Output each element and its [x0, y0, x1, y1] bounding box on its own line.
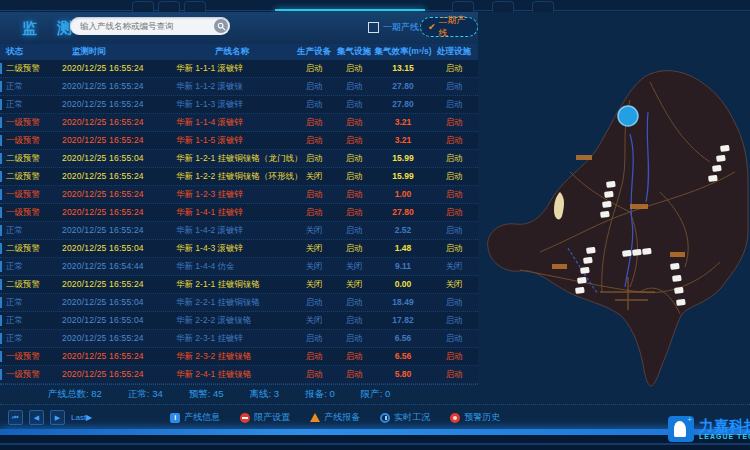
table-row[interactable]: 二级预警2020/12/25 16:55:24华新 2-1-1 挂镀铜镍铬关闭关…: [0, 276, 478, 294]
map-site-marker[interactable]: [670, 263, 680, 270]
top-tab-decoration: [184, 1, 206, 12]
cell-name: 华新 1-2-1 挂镀铜镍铬（龙门线）: [170, 154, 294, 163]
table-row[interactable]: 一级预警2020/12/25 16:55:24华新 1-1-5 滚镀锌启动启动3…: [0, 132, 478, 150]
table-row[interactable]: 一级预警2020/12/25 16:55:24华新 2-3-2 挂镀镍铬启动启动…: [0, 348, 478, 366]
cell-name: 华新 2-1-1 挂镀铜镍铬: [170, 280, 294, 289]
cell-treat: 启动: [432, 370, 476, 379]
map-site-marker[interactable]: [583, 257, 593, 264]
cell-time: 2020/12/25 16:55:04: [54, 154, 170, 163]
cell-status: 二级预警: [0, 64, 54, 73]
预警历史-button[interactable]: 预警历史: [450, 411, 500, 424]
map-area-label: [576, 155, 592, 160]
cell-gas: 启动: [334, 136, 374, 145]
table-row[interactable]: 二级预警2020/12/25 16:55:04华新 1-4-3 滚镀锌关闭启动1…: [0, 240, 478, 258]
map-site-marker[interactable]: [672, 275, 682, 282]
search-icon[interactable]: [214, 19, 228, 33]
search-input[interactable]: [70, 21, 214, 31]
phase2-button[interactable]: ✔ 二期产线: [420, 17, 478, 37]
cell-name: 华新 2-4-1 挂镀镍铬: [170, 370, 294, 379]
checkbox-icon[interactable]: [368, 22, 379, 33]
bottom-toolbar: ⏮◀▶Last▶ i产线信息限产设置产线报备实时工况预警历史: [0, 404, 750, 430]
map-site-marker[interactable]: [674, 287, 684, 294]
table-row[interactable]: 正常2020/12/25 16:55:24华新 1-1-3 滚镀锌启动启动27.…: [0, 96, 478, 114]
map-site-marker[interactable]: [720, 145, 730, 152]
cell-status: 正常: [0, 262, 54, 271]
toolbar-button-label: 产线报备: [324, 411, 360, 424]
map-site-marker[interactable]: [642, 248, 652, 255]
top-tab-decoration: [452, 1, 474, 12]
map-site-marker[interactable]: [632, 249, 642, 256]
map-site-marker[interactable]: [600, 211, 610, 218]
top-tab-decoration: [158, 1, 180, 12]
map-site-marker[interactable]: [586, 247, 596, 254]
cell-status: 正常: [0, 100, 54, 109]
map[interactable]: [480, 52, 750, 397]
map-site-marker[interactable]: [577, 277, 587, 284]
cell-prod: 启动: [294, 334, 334, 343]
map-site-marker[interactable]: [602, 201, 612, 208]
cell-treat: 关闭: [432, 262, 476, 271]
title-bar: 监 测 一期产线 ✔ 二期产线: [0, 12, 478, 45]
table-row[interactable]: 一级预警2020/12/25 16:55:24华新 1-4-1 挂镀锌启动启动2…: [0, 204, 478, 222]
map-site-marker[interactable]: [606, 181, 616, 188]
cell-eff: 15.99: [374, 154, 432, 163]
cell-status: 二级预警: [0, 172, 54, 181]
table-row[interactable]: 一级预警2020/12/25 16:55:24华新 1-2-3 挂镀锌启动启动1…: [0, 186, 478, 204]
cell-gas: 启动: [334, 352, 374, 361]
map-site-marker[interactable]: [708, 175, 718, 182]
table-row[interactable]: 二级预警2020/12/25 16:55:04华新 1-2-1 挂镀铜镍铬（龙门…: [0, 150, 478, 168]
table-row[interactable]: 二级预警2020/12/25 16:55:24华新 1-2-2 挂镀铜镍铬（环形…: [0, 168, 478, 186]
cell-eff: 3.21: [374, 136, 432, 145]
cell-eff: 6.56: [374, 352, 432, 361]
cell-prod: 启动: [294, 208, 334, 217]
map-site-marker[interactable]: [716, 155, 726, 162]
cell-eff: 17.82: [374, 316, 432, 325]
实时工况-button[interactable]: 实时工况: [380, 411, 430, 424]
map-beacon-marker[interactable]: [618, 106, 638, 126]
info-icon: i: [170, 413, 180, 423]
search-box[interactable]: [70, 17, 230, 35]
table-row[interactable]: 正常2020/12/25 16:55:24华新 2-3-1 挂镀锌启动启动6.5…: [0, 330, 478, 348]
限产设置-button[interactable]: 限产设置: [240, 411, 290, 424]
cell-gas: 启动: [334, 298, 374, 307]
cell-gas: 启动: [334, 334, 374, 343]
cell-eff: 13.15: [374, 64, 432, 73]
cell-eff: 5.80: [374, 370, 432, 379]
cell-treat: 启动: [432, 190, 476, 199]
table-row[interactable]: 一级预警2020/12/25 16:55:24华新 1-1-4 滚镀锌启动启动3…: [0, 114, 478, 132]
cell-prod: 关闭: [294, 262, 334, 271]
table-row[interactable]: 二级预警2020/12/25 16:55:24华新 1-1-1 滚镀锌启动启动1…: [0, 60, 478, 78]
col-time: 监测时间: [54, 44, 170, 60]
cell-time: 2020/12/25 16:55:04: [54, 298, 170, 307]
table-row[interactable]: 正常2020/12/25 16:54:44华新 1-4-4 仿金关闭关闭9.11…: [0, 258, 478, 276]
map-area-label: [670, 252, 685, 257]
map-site-marker[interactable]: [622, 250, 632, 257]
map-site-marker[interactable]: [676, 299, 686, 306]
table-row[interactable]: 正常2020/12/25 16:55:24华新 1-1-2 滚镀镍启动启动27.…: [0, 78, 478, 96]
last-page-button[interactable]: Last▶: [71, 413, 92, 422]
产线信息-button[interactable]: i产线信息: [170, 411, 220, 424]
phase1-label: 一期产线: [383, 21, 419, 34]
table-row[interactable]: 正常2020/12/25 16:55:24华新 1-4-2 滚镀锌关闭启动2.5…: [0, 222, 478, 240]
next-page-button[interactable]: ▶: [50, 410, 65, 425]
table-row[interactable]: 一级预警2020/12/25 16:55:24华新 2-4-1 挂镀镍铬启动启动…: [0, 366, 478, 384]
toolbar-button-label: 预警历史: [464, 411, 500, 424]
cell-status: 正常: [0, 298, 54, 307]
cell-treat: 启动: [432, 352, 476, 361]
cell-prod: 关闭: [294, 226, 334, 235]
cell-time: 2020/12/25 16:54:44: [54, 262, 170, 271]
first-page-button[interactable]: ⏮: [8, 410, 23, 425]
cell-status: 正常: [0, 226, 54, 235]
产线报备-button[interactable]: 产线报备: [310, 411, 360, 424]
prev-page-button[interactable]: ◀: [29, 410, 44, 425]
phase1-checkbox[interactable]: 一期产线: [368, 21, 419, 34]
table-row[interactable]: 正常2020/12/25 16:55:04华新 2-2-2 滚镀镍铬关闭启动17…: [0, 312, 478, 330]
map-site-marker[interactable]: [712, 165, 722, 172]
map-site-marker[interactable]: [575, 287, 585, 294]
map-site-marker[interactable]: [604, 191, 614, 198]
col-name: 产线名称: [170, 44, 294, 60]
cell-time: 2020/12/25 16:55:24: [54, 64, 170, 73]
map-site-marker[interactable]: [580, 267, 590, 274]
bottom-strip-line: [0, 443, 750, 445]
table-row[interactable]: 正常2020/12/25 16:55:04华新 2-2-1 挂镀铜镍铬启动启动1…: [0, 294, 478, 312]
